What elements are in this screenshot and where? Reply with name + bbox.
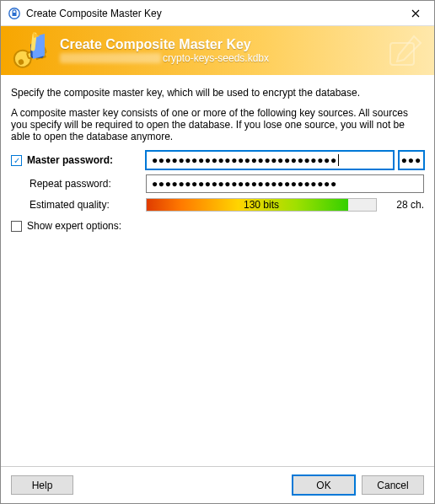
header-subtitle: crypto-keys-seeds.kdbx [60, 52, 269, 64]
footer: Help OK Cancel [1, 466, 434, 503]
repeat-password-label: Repeat password: [11, 178, 146, 190]
app-lock-icon [8, 7, 21, 20]
intro-line-2: A composite master key consists of one o… [11, 107, 424, 142]
header-banner: Create Composite Master Key crypto-keys-… [1, 26, 434, 75]
redacted-path [60, 53, 161, 63]
quality-text: 130 bits [244, 199, 279, 211]
master-password-value: ●●●●●●●●●●●●●●●●●●●●●●●●●●●● [152, 154, 337, 166]
master-password-input[interactable]: ●●●●●●●●●●●●●●●●●●●●●●●●●●●● [146, 151, 394, 169]
titlebar: Create Composite Master Key [1, 1, 434, 26]
content-area: Specify the composite master key, which … [1, 75, 434, 466]
filename-suffix: crypto-keys-seeds.kdbx [163, 52, 269, 64]
pencil-watermark-icon [385, 31, 424, 72]
show-expert-checkbox[interactable]: ✓ [11, 221, 22, 232]
repeat-password-input[interactable]: ●●●●●●●●●●●●●●●●●●●●●●●●●●●● [146, 174, 424, 193]
close-button[interactable] [396, 1, 434, 26]
char-count: 28 ch. [387, 199, 424, 211]
show-expert-label: Show expert options: [27, 220, 121, 232]
master-password-label: Master password: [27, 154, 113, 166]
ok-button[interactable]: OK [293, 475, 355, 495]
help-button[interactable]: Help [11, 475, 73, 495]
intro-line-1: Specify the composite master key, which … [11, 87, 424, 99]
estimated-quality-label: Estimated quality: [11, 199, 146, 211]
window-title: Create Composite Master Key [26, 8, 396, 19]
master-password-row: ✓ Master password: ●●●●●●●●●●●●●●●●●●●●●… [11, 151, 424, 169]
reveal-password-button[interactable]: ●●● [399, 151, 424, 169]
expert-options-row: ✓ Show expert options: [11, 220, 424, 232]
expert-options-label-col: ✓ Show expert options: [11, 220, 146, 232]
quality-row: Estimated quality: 130 bits 28 ch. [11, 198, 424, 212]
repeat-password-row: Repeat password: ●●●●●●●●●●●●●●●●●●●●●●●… [11, 174, 424, 193]
quality-bar: 130 bits [146, 198, 377, 212]
cancel-button[interactable]: Cancel [362, 475, 424, 495]
header-title: Create Composite Master Key [60, 37, 269, 52]
repeat-password-value: ●●●●●●●●●●●●●●●●●●●●●●●●●●●● [152, 178, 337, 190]
svg-rect-1 [13, 13, 17, 16]
key-icon [8, 30, 53, 71]
master-password-checkbox[interactable]: ✓ [11, 155, 22, 166]
master-password-label-col: ✓ Master password: [11, 154, 146, 166]
